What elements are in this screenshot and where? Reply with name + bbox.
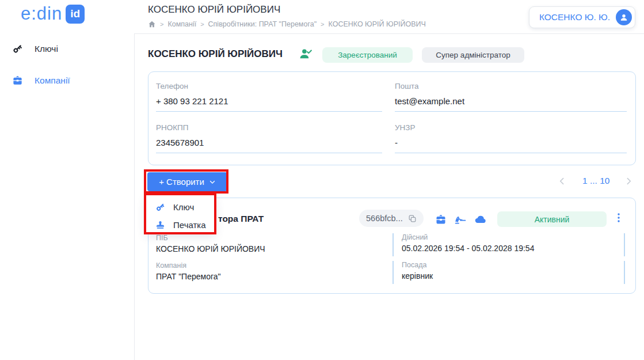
edin-logo-text: e:din — [21, 4, 62, 24]
phone-field: Телефон + 380 93 221 2121 — [156, 82, 382, 112]
briefcase-icon — [12, 75, 23, 86]
create-button-label: + Створити — [159, 177, 204, 187]
key-card: тора ПРАТ 566bfcb... Активний ПІБ КОСЕНК… — [148, 198, 636, 294]
dropdown-item-label: Печатка — [173, 220, 206, 230]
page-title: КОСЕНКО ЮРІЙ ЮРІЙОВИЧ — [148, 48, 283, 60]
stamp-icon — [155, 220, 165, 230]
key-id-pill[interactable]: 566bfcb... — [359, 210, 424, 227]
copy-icon[interactable] — [408, 214, 417, 223]
email-value: test@example.net — [395, 96, 627, 112]
person-check-icon — [299, 47, 313, 61]
key-company-field: Компанія ПРАТ "Перемога" — [156, 262, 383, 281]
breadcrumb-companies[interactable]: Компанії — [167, 20, 196, 28]
unzr-field: УНЗР - — [395, 123, 627, 153]
app-window: e:din id Ключі Компанії КОСЕНКО ЮРІЙ ЮРІ… — [0, 0, 644, 360]
home-icon[interactable] — [148, 20, 156, 28]
breadcrumb-current: КОСЕНКО ЮРІЙ ЮРІЙОВИЧ — [329, 20, 426, 28]
breadcrumb-separator: > — [321, 21, 324, 28]
phone-value: + 380 93 221 2121 — [156, 96, 382, 112]
key-company-label: Компанія — [156, 262, 383, 270]
key-pib-value: КОСЕНКО ЮРІЙ ЮРІЙОВИЧ — [156, 244, 383, 253]
pagination-prev-button[interactable] — [557, 176, 567, 186]
avatar — [616, 9, 632, 25]
edin-logo[interactable]: e:din id — [21, 4, 85, 24]
create-button[interactable]: + Створити — [147, 172, 227, 191]
status-badge: Зареєстрований — [322, 47, 413, 63]
sidebar-item-keys[interactable]: Ключі — [12, 43, 58, 54]
key-company-value: ПРАТ "Перемога" — [156, 272, 383, 281]
create-dropdown-menu: Ключ Печатка — [146, 195, 215, 233]
key-position-field: Посада керівник — [393, 261, 625, 284]
key-pib-label: ПІБ — [156, 234, 383, 242]
dropdown-item-label: Ключ — [173, 202, 194, 212]
email-field: Пошта test@example.net — [395, 82, 627, 112]
key-pib-field: ПІБ КОСЕНКО ЮРІЙ ЮРІЙОВИЧ — [156, 234, 383, 253]
kebab-menu-icon[interactable] — [612, 211, 625, 224]
unzr-value: - — [395, 138, 627, 153]
key-position-value: керівник — [402, 271, 624, 281]
phone-label: Телефон — [156, 82, 382, 90]
dropdown-item-stamp[interactable]: Печатка — [146, 216, 215, 234]
key-icon — [12, 43, 23, 54]
rnokpp-label: РНОКПП — [156, 123, 382, 132]
sidebar-item-companies[interactable]: Компанії — [12, 75, 70, 86]
rnokpp-field: РНОКПП 2345678901 — [156, 123, 382, 153]
key-card-title: тора ПРАТ — [218, 214, 264, 224]
key-valid-field: Дійсний 05.02.2026 19:54 - 05.02.2028 19… — [393, 233, 625, 256]
breadcrumb-employees[interactable]: Співробітники: ПРАТ "Перемога" — [208, 20, 317, 28]
pagination-next-button[interactable] — [624, 176, 634, 186]
key-position-label: Посада — [402, 261, 624, 269]
key-id-value: 566bfcb... — [366, 214, 403, 223]
breadcrumb-separator: > — [200, 21, 204, 28]
sidebar-item-label: Ключі — [35, 44, 58, 54]
rnokpp-value: 2345678901 — [156, 138, 382, 153]
breadcrumb: > Компанії > Співробітники: ПРАТ "Перемо… — [148, 20, 426, 28]
key-valid-value: 05.02.2026 19:54 - 05.02.2028 19:54 — [402, 244, 624, 253]
key-status-badge: Активний — [497, 211, 607, 227]
header: КОСЕНКО ЮРІЙ ЮРІЙОВИЧ > Компанії > Співр… — [134, 0, 644, 34]
unzr-label: УНЗР — [395, 123, 627, 132]
profile-info-card: Телефон + 380 93 221 2121 Пошта test@exa… — [148, 71, 636, 165]
key-attribute-icons — [435, 213, 487, 226]
user-name-label: КОСЕНКО Ю. Ю. — [539, 12, 610, 22]
sidebar: e:din id Ключі Компанії — [0, 0, 135, 360]
header-title: КОСЕНКО ЮРІЙ ЮРІЙОВИЧ — [148, 4, 280, 16]
breadcrumb-separator: > — [160, 21, 163, 28]
signature-icon — [454, 213, 467, 226]
key-valid-label: Дійсний — [402, 233, 624, 241]
email-label: Пошта — [395, 82, 627, 90]
dropdown-item-key[interactable]: Ключ — [146, 198, 215, 216]
chevron-down-icon — [209, 179, 216, 185]
sidebar-item-label: Компанії — [35, 75, 70, 86]
cloud-icon — [474, 213, 487, 226]
role-badge: Супер адміністратор — [422, 47, 524, 63]
user-account-button[interactable]: КОСЕНКО Ю. Ю. — [529, 6, 635, 28]
key-icon — [155, 202, 165, 212]
pagination-pages[interactable]: 1 ... 10 — [582, 176, 609, 186]
briefcase-icon — [435, 214, 447, 225]
edin-id-badge: id — [66, 5, 85, 24]
